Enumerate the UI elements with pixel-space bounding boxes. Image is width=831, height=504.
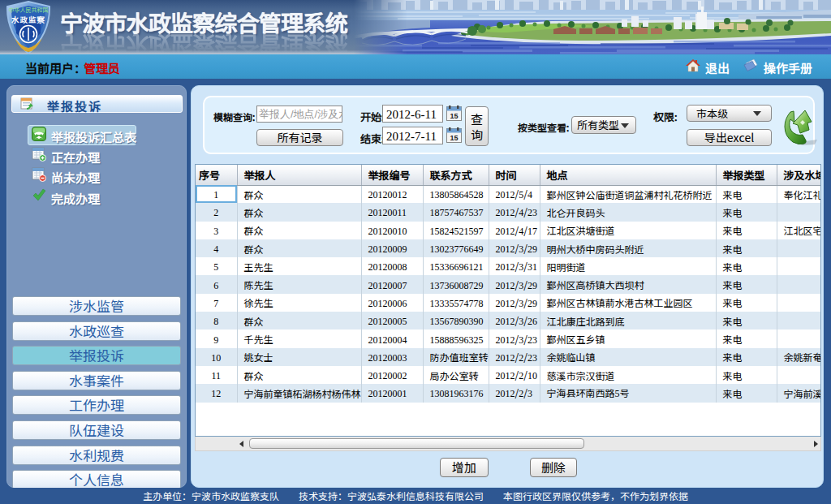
svg-text:15: 15 bbox=[450, 134, 458, 142]
svg-text:15: 15 bbox=[450, 112, 458, 120]
svg-text:中华人民共和国: 中华人民共和国 bbox=[9, 6, 49, 14]
svg-text:水政监察: 水政监察 bbox=[11, 14, 45, 25]
